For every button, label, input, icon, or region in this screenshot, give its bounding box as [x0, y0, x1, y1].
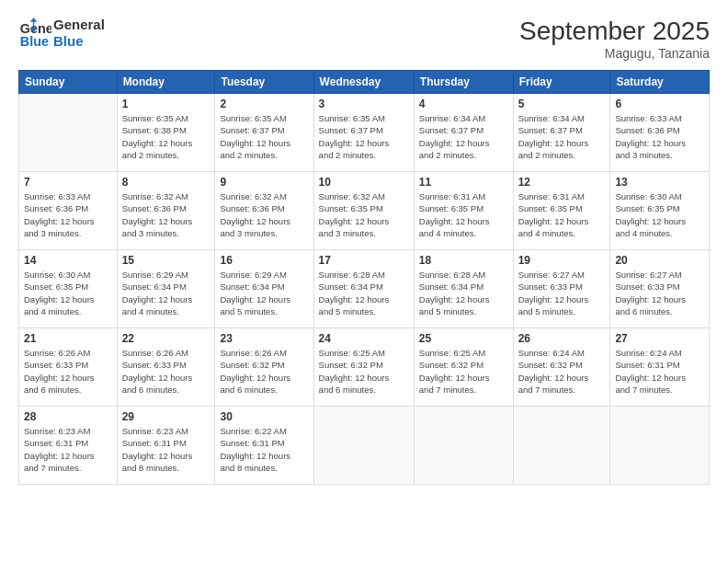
calendar-cell: 6Sunrise: 6:33 AMSunset: 6:36 PMDaylight…: [610, 94, 710, 172]
calendar-cell: 14Sunrise: 6:30 AMSunset: 6:35 PMDayligh…: [19, 250, 118, 328]
day-number: 24: [319, 332, 409, 345]
day-number: 21: [24, 332, 112, 345]
day-info: Sunrise: 6:30 AMSunset: 6:35 PMDaylight:…: [615, 190, 704, 239]
week-row-4: 21Sunrise: 6:26 AMSunset: 6:33 PMDayligh…: [19, 328, 710, 407]
calendar-cell: 18Sunrise: 6:28 AMSunset: 6:34 PMDayligh…: [414, 250, 513, 328]
calendar-cell: 28Sunrise: 6:23 AMSunset: 6:31 PMDayligh…: [19, 407, 118, 485]
calendar-cell: 19Sunrise: 6:27 AMSunset: 6:33 PMDayligh…: [513, 250, 610, 328]
day-number: 5: [518, 98, 606, 110]
calendar-cell: 12Sunrise: 6:31 AMSunset: 6:35 PMDayligh…: [513, 172, 610, 250]
day-info: Sunrise: 6:25 AMSunset: 6:32 PMDaylight:…: [419, 347, 508, 396]
day-number: 2: [220, 98, 308, 110]
day-number: 20: [615, 254, 704, 267]
day-number: 10: [319, 176, 409, 189]
day-info: Sunrise: 6:33 AMSunset: 6:36 PMDaylight:…: [24, 190, 112, 239]
day-number: 13: [615, 176, 704, 189]
calendar-cell: 13Sunrise: 6:30 AMSunset: 6:35 PMDayligh…: [610, 172, 710, 250]
day-info: Sunrise: 6:28 AMSunset: 6:34 PMDaylight:…: [319, 269, 409, 317]
page: General Blue General Blue September 2025…: [0, 0, 728, 563]
header-friday: Friday: [513, 71, 610, 94]
calendar-cell: 29Sunrise: 6:23 AMSunset: 6:31 PMDayligh…: [117, 407, 215, 485]
calendar-cell: [414, 407, 513, 485]
logo-text-blue: Blue: [53, 33, 105, 50]
calendar-cell: 10Sunrise: 6:32 AMSunset: 6:35 PMDayligh…: [313, 172, 414, 250]
day-number: 8: [122, 176, 210, 189]
day-number: 23: [220, 332, 308, 345]
day-info: Sunrise: 6:25 AMSunset: 6:32 PMDaylight:…: [319, 347, 409, 396]
day-header-row: Sunday Monday Tuesday Wednesday Thursday…: [19, 71, 710, 94]
day-info: Sunrise: 6:26 AMSunset: 6:33 PMDaylight:…: [122, 347, 210, 396]
day-number: 4: [419, 98, 508, 110]
day-number: 16: [220, 254, 308, 267]
header-sunday: Sunday: [19, 71, 118, 94]
calendar-cell: 3Sunrise: 6:35 AMSunset: 6:37 PMDaylight…: [313, 94, 414, 172]
calendar-cell: 21Sunrise: 6:26 AMSunset: 6:33 PMDayligh…: [19, 328, 118, 407]
logo-text-general: General: [53, 17, 105, 33]
day-info: Sunrise: 6:31 AMSunset: 6:35 PMDaylight:…: [419, 190, 508, 239]
week-row-5: 28Sunrise: 6:23 AMSunset: 6:31 PMDayligh…: [19, 407, 710, 485]
calendar-cell: 17Sunrise: 6:28 AMSunset: 6:34 PMDayligh…: [313, 250, 414, 328]
day-number: 12: [518, 176, 606, 189]
day-info: Sunrise: 6:22 AMSunset: 6:31 PMDaylight:…: [220, 425, 308, 474]
day-number: 7: [24, 176, 112, 189]
day-info: Sunrise: 6:26 AMSunset: 6:33 PMDaylight:…: [24, 347, 112, 396]
day-number: 17: [319, 254, 409, 267]
calendar-cell: [610, 407, 710, 485]
calendar-cell: 9Sunrise: 6:32 AMSunset: 6:36 PMDaylight…: [215, 172, 313, 250]
svg-text:Blue: Blue: [20, 34, 49, 49]
header-thursday: Thursday: [414, 71, 513, 94]
week-row-2: 7Sunrise: 6:33 AMSunset: 6:36 PMDaylight…: [19, 172, 710, 250]
day-number: 29: [122, 410, 210, 423]
day-info: Sunrise: 6:23 AMSunset: 6:31 PMDaylight:…: [122, 425, 210, 474]
day-number: 18: [419, 254, 508, 267]
week-row-3: 14Sunrise: 6:30 AMSunset: 6:35 PMDayligh…: [19, 250, 710, 328]
header-wednesday: Wednesday: [313, 71, 414, 94]
header-saturday: Saturday: [610, 71, 710, 94]
day-info: Sunrise: 6:27 AMSunset: 6:33 PMDaylight:…: [518, 269, 606, 317]
day-number: 11: [419, 176, 508, 189]
day-info: Sunrise: 6:29 AMSunset: 6:34 PMDaylight:…: [122, 269, 210, 317]
day-info: Sunrise: 6:31 AMSunset: 6:35 PMDaylight:…: [518, 190, 606, 239]
day-number: 15: [122, 254, 210, 267]
day-number: 28: [24, 410, 112, 423]
calendar-cell: 30Sunrise: 6:22 AMSunset: 6:31 PMDayligh…: [215, 407, 313, 485]
calendar-cell: 4Sunrise: 6:34 AMSunset: 6:37 PMDaylight…: [414, 94, 513, 172]
day-number: 9: [220, 176, 308, 189]
calendar-cell: 25Sunrise: 6:25 AMSunset: 6:32 PMDayligh…: [414, 328, 513, 407]
day-info: Sunrise: 6:33 AMSunset: 6:36 PMDaylight:…: [615, 112, 704, 161]
header-monday: Monday: [117, 71, 215, 94]
day-number: 3: [319, 98, 409, 110]
day-number: 19: [518, 254, 606, 267]
title-block: September 2025 Magugu, Tanzania: [519, 17, 710, 61]
calendar-cell: 5Sunrise: 6:34 AMSunset: 6:37 PMDaylight…: [513, 94, 610, 172]
day-info: Sunrise: 6:35 AMSunset: 6:37 PMDaylight:…: [220, 112, 308, 161]
day-info: Sunrise: 6:26 AMSunset: 6:32 PMDaylight:…: [220, 347, 308, 396]
calendar-cell: 16Sunrise: 6:29 AMSunset: 6:34 PMDayligh…: [215, 250, 313, 328]
calendar-cell: 1Sunrise: 6:35 AMSunset: 6:38 PMDaylight…: [117, 94, 215, 172]
calendar-cell: 24Sunrise: 6:25 AMSunset: 6:32 PMDayligh…: [313, 328, 414, 407]
day-info: Sunrise: 6:28 AMSunset: 6:34 PMDaylight:…: [419, 269, 508, 317]
day-info: Sunrise: 6:35 AMSunset: 6:37 PMDaylight:…: [319, 112, 409, 161]
calendar-cell: [313, 407, 414, 485]
day-info: Sunrise: 6:34 AMSunset: 6:37 PMDaylight:…: [518, 112, 606, 161]
day-info: Sunrise: 6:34 AMSunset: 6:37 PMDaylight:…: [419, 112, 508, 161]
header-tuesday: Tuesday: [215, 71, 313, 94]
logo-icon: General Blue: [18, 17, 51, 50]
day-info: Sunrise: 6:30 AMSunset: 6:35 PMDaylight:…: [24, 269, 112, 317]
day-number: 26: [518, 332, 606, 345]
day-info: Sunrise: 6:32 AMSunset: 6:35 PMDaylight:…: [319, 190, 409, 239]
logo: General Blue General Blue: [18, 17, 105, 50]
day-number: 27: [615, 332, 704, 345]
day-number: 30: [220, 410, 308, 423]
week-row-1: 1Sunrise: 6:35 AMSunset: 6:38 PMDaylight…: [19, 94, 710, 172]
day-number: 14: [24, 254, 112, 267]
calendar-cell: 20Sunrise: 6:27 AMSunset: 6:33 PMDayligh…: [610, 250, 710, 328]
day-number: 25: [419, 332, 508, 345]
header: General Blue General Blue September 2025…: [18, 17, 710, 61]
day-number: 1: [122, 98, 210, 110]
calendar-cell: 15Sunrise: 6:29 AMSunset: 6:34 PMDayligh…: [117, 250, 215, 328]
calendar-cell: 7Sunrise: 6:33 AMSunset: 6:36 PMDaylight…: [19, 172, 118, 250]
calendar-cell: 27Sunrise: 6:24 AMSunset: 6:31 PMDayligh…: [610, 328, 710, 407]
day-info: Sunrise: 6:24 AMSunset: 6:31 PMDaylight:…: [615, 347, 704, 396]
calendar-cell: [19, 94, 118, 172]
